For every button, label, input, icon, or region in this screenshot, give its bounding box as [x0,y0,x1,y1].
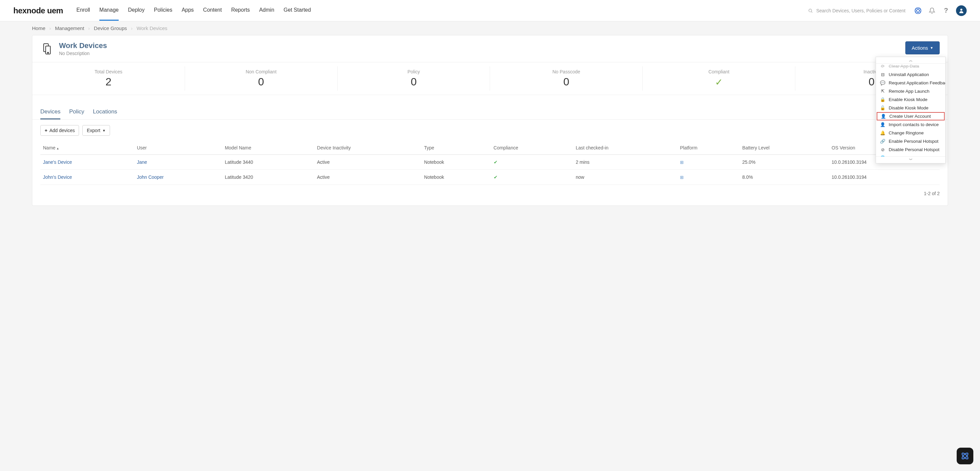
table-pagination: 1-2 of 2 [32,185,948,206]
global-search[interactable] [808,8,908,13]
cell: ⊞ [677,155,740,170]
check-icon: ✔ [494,160,498,165]
action-icon: ⊟ [880,72,885,77]
devices-toolbar: + Add devices Export ▼ Search here... [32,120,948,141]
action-create-user-account[interactable]: 👤Create User Account [877,112,945,120]
stats-row: Total Devices2Non Compliant0Policy0No Pa… [32,62,948,95]
col-user[interactable]: User [134,141,222,155]
cell: John's Device [40,170,134,185]
stat-label: Non Compliant [185,69,337,74]
table-row: John's DeviceJohn CooperLatitude 3420Act… [40,170,940,185]
col-compliance[interactable]: Compliance [491,141,573,155]
action-icon: 👤 [881,114,886,119]
svg-point-4 [960,9,963,11]
stat-value: 2 [32,76,185,88]
stat-value: 0 [338,76,490,88]
action-disable-kiosk-mode[interactable]: 🔓Disable Kiosk Mode [876,104,945,112]
nav-admin[interactable]: Admin [259,0,274,21]
actions-button[interactable]: Actions ▼ [905,42,940,54]
action-label: Import contacts to device [889,122,939,127]
action-label: Create User Account [889,114,931,119]
nav-reports[interactable]: Reports [231,0,250,21]
stat-value: ✓ [643,76,795,88]
col-name[interactable]: Name [40,141,134,155]
action-enable-personal-hotspot[interactable]: 🔗Enable Personal Hotspot [876,137,945,145]
action-remote-app-launch[interactable]: ⇱Remote App Launch [876,87,945,96]
breadcrumb-link[interactable]: Home [32,26,45,31]
cell: ✔ [491,170,573,185]
stat-non-compliant: Non Compliant0 [185,66,338,91]
dropdown-scroll-up[interactable]: ︽ [876,57,945,64]
dropdown-scroll-down[interactable]: ︾ [876,156,945,163]
nav-policies[interactable]: Policies [154,0,172,21]
action-enable-kiosk-mode[interactable]: 🔒Enable Kiosk Mode [876,96,945,104]
action-icon: 🔓 [880,105,885,110]
nav-manage[interactable]: Manage [99,0,119,21]
col-type[interactable]: Type [422,141,491,155]
notifications-icon[interactable] [928,7,936,15]
main-panel: Work Devices No Description Actions ▼ ︽ … [32,35,948,206]
windows-icon: ⊞ [680,175,684,180]
action-uninstall-application[interactable]: ⊟Uninstall Application [876,70,945,79]
breadcrumb-current: Work Devices [137,26,167,31]
device-link[interactable]: John's Device [43,174,72,180]
col-device-inactivity[interactable]: Device Inactivity [314,141,422,155]
cell: Jane [134,155,222,170]
user-avatar[interactable] [956,5,967,16]
cell: John Cooper [134,170,222,185]
breadcrumb-link[interactable]: Device Groups [94,26,127,31]
group-description: No Description [59,51,107,56]
action-change-ringtone[interactable]: 🔔Change Ringtone [876,129,945,137]
stat-value: 0 [185,76,337,88]
action-import-contacts-to-device[interactable]: 👤Import contacts to device [876,120,945,129]
col-battery-level[interactable]: Battery Level [740,141,829,155]
col-model-name[interactable]: Model Name [222,141,314,155]
tab-locations[interactable]: Locations [93,105,117,120]
action-label: Remote App Launch [889,89,929,94]
help-icon[interactable]: ? [942,7,950,15]
col-platform[interactable]: Platform [677,141,740,155]
action-disable-personal-hotspot[interactable]: ⊘Disable Personal Hotspot [876,145,945,154]
nav-deploy[interactable]: Deploy [128,0,145,21]
stat-label: Compliant [643,69,795,74]
action-label: Enable Personal Hotspot [889,139,938,144]
plus-icon: + [45,128,47,133]
caret-down-icon: ▼ [102,129,106,133]
search-icon [808,8,813,13]
stat-compliant: Compliant✓ [643,66,795,91]
integrations-icon[interactable] [914,7,922,15]
svg-point-0 [809,9,812,12]
device-link[interactable]: Jane's Device [43,160,72,165]
tab-devices[interactable]: Devices [40,105,60,120]
action-icon: ⊘ [880,147,885,152]
detail-tabs: DevicesPolicyLocations [32,105,948,120]
nav-get-started[interactable]: Get Started [284,0,311,21]
devices-table: NameUserModel NameDevice InactivityTypeC… [40,141,940,185]
add-devices-button[interactable]: + Add devices [40,125,79,136]
action-request-application-feedback[interactable]: 💬Request Application Feedback [876,79,945,87]
action-icon: 👤 [880,122,885,127]
col-last-checked-in[interactable]: Last checked-in [573,141,677,155]
nav-enroll[interactable]: Enroll [76,0,90,21]
top-navigation: hexnode uem EnrollManageDeployPoliciesAp… [0,0,980,21]
action-label: Disable Personal Hotspot [889,147,939,152]
action-icon: ⇱ [880,89,885,94]
cell: Notebook [422,170,491,185]
tab-policy[interactable]: Policy [69,105,84,120]
user-link[interactable]: Jane [137,160,147,165]
export-button[interactable]: Export ▼ [82,125,110,136]
cell: Latitude 3440 [222,155,314,170]
nav-right: ? [808,5,967,16]
check-icon: ✓ [715,77,723,88]
search-input[interactable] [816,8,908,13]
action-label: Uninstall Application [889,72,929,77]
nav-content[interactable]: Content [203,0,222,21]
action-icon: ⟳ [880,64,885,69]
check-icon: ✔ [494,174,498,180]
user-link[interactable]: John Cooper [137,174,164,180]
nav-apps[interactable]: Apps [182,0,194,21]
cell: 10.0.26100.3194 [829,170,940,185]
action-icon: 🔔 [880,131,885,136]
breadcrumb-link[interactable]: Management [55,26,84,31]
action-icon: 🔗 [880,139,885,144]
